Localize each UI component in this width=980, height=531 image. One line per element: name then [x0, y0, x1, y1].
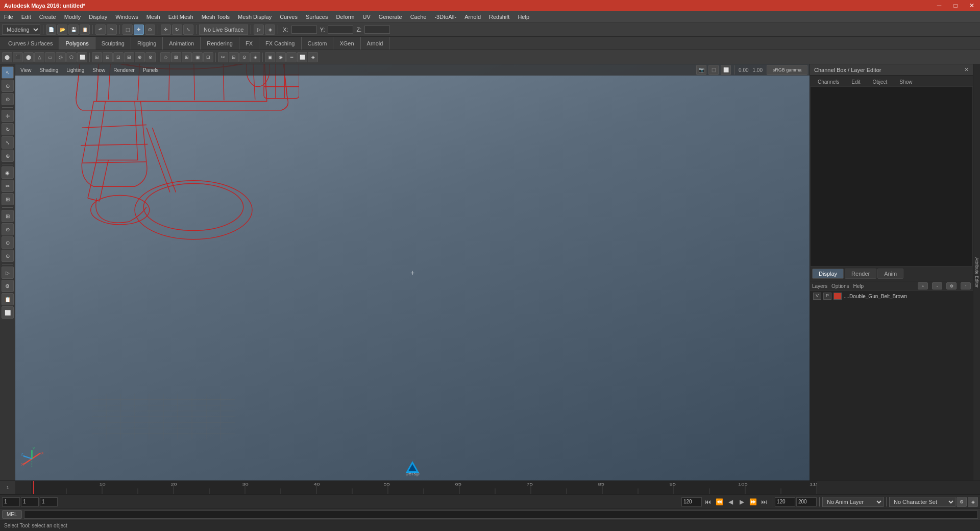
move-btn[interactable]: ✛ — [161, 25, 171, 35]
menu-3dto-all[interactable]: -3DtoAll- — [430, 11, 460, 22]
y-input[interactable] — [328, 26, 353, 34]
cut-faces-btn[interactable]: ⊟ — [229, 52, 239, 62]
tab-fx[interactable]: FX — [239, 37, 259, 50]
vp-renderer-menu[interactable]: Renderer — [110, 66, 138, 74]
bevel-btn[interactable]: ◇ — [160, 52, 170, 62]
menu-deform[interactable]: Deform — [332, 11, 358, 22]
open-btn[interactable]: 📂 — [57, 25, 67, 35]
vp-smooth-btn[interactable]: ⬜ — [721, 65, 731, 75]
menu-display[interactable]: Display — [85, 11, 111, 22]
play-back-btn[interactable]: ◀ — [725, 497, 736, 507]
menu-mesh-tools[interactable]: Mesh Tools — [198, 11, 234, 22]
pipe-btn[interactable]: ⬜ — [77, 52, 87, 62]
tab-custom[interactable]: Custom — [302, 37, 334, 50]
bridge-btn[interactable]: ⊞ — [124, 52, 134, 62]
menu-windows[interactable]: Windows — [111, 11, 142, 22]
tab-fx-caching[interactable]: FX Caching — [259, 37, 301, 50]
cb-tab-object[interactable]: Object — [867, 78, 893, 86]
tab-polygons[interactable]: Polygons — [59, 37, 95, 50]
play-fwd-btn[interactable]: ▶ — [737, 497, 747, 507]
close-button[interactable]: ✕ — [964, 0, 980, 11]
menu-arnold[interactable]: Arnold — [460, 11, 485, 22]
tab-render[interactable]: Render — [845, 269, 876, 279]
offset-loop-btn[interactable]: ▣ — [192, 52, 203, 62]
uv-btn[interactable]: ◈ — [308, 52, 318, 62]
tab-animation[interactable]: Animation — [163, 37, 201, 50]
range-end2-input[interactable] — [796, 497, 817, 506]
range-start-input[interactable] — [2, 497, 20, 506]
undo-btn[interactable]: ↶ — [95, 25, 106, 35]
select-tool-left[interactable]: ↖ — [2, 66, 14, 79]
rotate-btn[interactable]: ↻ — [172, 25, 182, 35]
history-btn[interactable]: 📋 — [2, 293, 14, 305]
ipr-btn[interactable]: ◈ — [265, 25, 275, 35]
extrude-btn[interactable]: ⊡ — [113, 52, 124, 62]
render-btn[interactable]: ▷ — [254, 25, 264, 35]
snap-grid-btn[interactable]: ⊞ — [2, 210, 14, 222]
live-surface-btn[interactable]: No Live Surface — [199, 25, 248, 35]
menu-mesh[interactable]: Mesh — [142, 11, 164, 22]
menu-edit[interactable]: Edit — [17, 11, 35, 22]
move-left-btn[interactable]: ✛ — [2, 110, 14, 122]
menu-curves[interactable]: Curves — [276, 11, 302, 22]
menu-cache[interactable]: Cache — [406, 11, 431, 22]
next-key-btn[interactable]: ⏩ — [748, 497, 758, 507]
vp-cam-btn[interactable]: 📷 — [696, 65, 706, 75]
viewport[interactable]: View Shading Lighting Show Renderer Pane… — [15, 64, 810, 480]
split-poly-btn[interactable]: ✂ — [218, 52, 228, 62]
combine-btn[interactable]: ⊞ — [92, 52, 102, 62]
tab-anim[interactable]: Anim — [877, 269, 903, 279]
cb-tab-channels[interactable]: Channels — [812, 78, 845, 86]
vp-show-menu[interactable]: Show — [89, 66, 108, 74]
cone-btn[interactable]: △ — [34, 52, 44, 62]
soft-mod-btn[interactable]: ◉ — [2, 166, 14, 179]
layer-v-btn[interactable]: V — [813, 293, 821, 300]
scale-left-btn[interactable]: ⤡ — [2, 136, 14, 149]
menu-redshift[interactable]: Redshift — [485, 11, 513, 22]
select-mode-btn[interactable]: ▣ — [265, 52, 275, 62]
char-set-opt-btn2[interactable]: ◈ — [968, 497, 978, 507]
vp-panels-menu[interactable]: Panels — [140, 66, 162, 74]
layer-del-btn[interactable]: - — [932, 282, 942, 289]
slide-edge-btn[interactable]: ⊡ — [203, 52, 213, 62]
layer-color-swatch[interactable] — [834, 293, 842, 300]
snap-view-btn[interactable]: ⊙ — [2, 250, 14, 262]
char-set-opt-btn[interactable]: ⚙ — [957, 497, 967, 507]
tick-size[interactable] — [40, 497, 58, 506]
script-input[interactable] — [24, 511, 978, 519]
cb-tab-show[interactable]: Show — [894, 78, 918, 86]
select-tool-btn[interactable]: ✚ — [134, 25, 144, 35]
show-manip-btn[interactable]: ⊞ — [2, 193, 14, 205]
wedge-btn[interactable]: ◈ — [250, 52, 260, 62]
playhead[interactable] — [33, 481, 34, 494]
snap-curve-btn[interactable]: ⊙ — [2, 223, 14, 235]
tool-settings-btn[interactable]: ⚙ — [2, 280, 14, 292]
layer-opts-btn[interactable]: ⚙ — [946, 282, 957, 289]
attr-editor-tab[interactable]: Attribute Editor — [973, 64, 980, 480]
snap-point-btn[interactable]: ⊙ — [2, 236, 14, 249]
anim-layer-dropdown[interactable]: No Anim Layer — [822, 497, 884, 507]
layers-menu[interactable]: Layers — [812, 283, 827, 289]
tab-sculpting[interactable]: Sculpting — [95, 37, 131, 50]
maximize-button[interactable]: □ — [947, 0, 964, 11]
lasso-left-btn[interactable]: ⊙ — [2, 93, 14, 105]
menu-create[interactable]: Create — [35, 11, 60, 22]
save-btn[interactable]: 💾 — [68, 25, 79, 35]
layer-p-btn[interactable]: P — [823, 293, 831, 300]
torus-btn[interactable]: ◎ — [56, 52, 66, 62]
vp-wireframe-btn[interactable]: ⬚ — [708, 65, 719, 75]
paint-select-btn[interactable]: ⊙ — [2, 80, 14, 92]
universal-manip[interactable]: ⊕ — [2, 150, 14, 162]
redo-btn[interactable]: ↷ — [107, 25, 117, 35]
current-frame-display[interactable] — [21, 497, 39, 506]
jump-end-btn[interactable]: ⏭ — [759, 497, 769, 507]
quick-layout[interactable]: ⬜ — [2, 306, 14, 319]
menu-generate[interactable]: Generate — [375, 11, 406, 22]
face-btn[interactable]: ⬜ — [297, 52, 307, 62]
layer-up-btn[interactable]: ↑ — [961, 282, 971, 289]
workspace-dropdown[interactable]: Modeling — [2, 25, 40, 35]
fill-hole-btn[interactable]: ⊗ — [145, 52, 156, 62]
menu-modify[interactable]: Modify — [60, 11, 85, 22]
cb-header-close[interactable]: ✕ — [964, 66, 969, 73]
vertex-btn[interactable]: ◉ — [276, 52, 286, 62]
